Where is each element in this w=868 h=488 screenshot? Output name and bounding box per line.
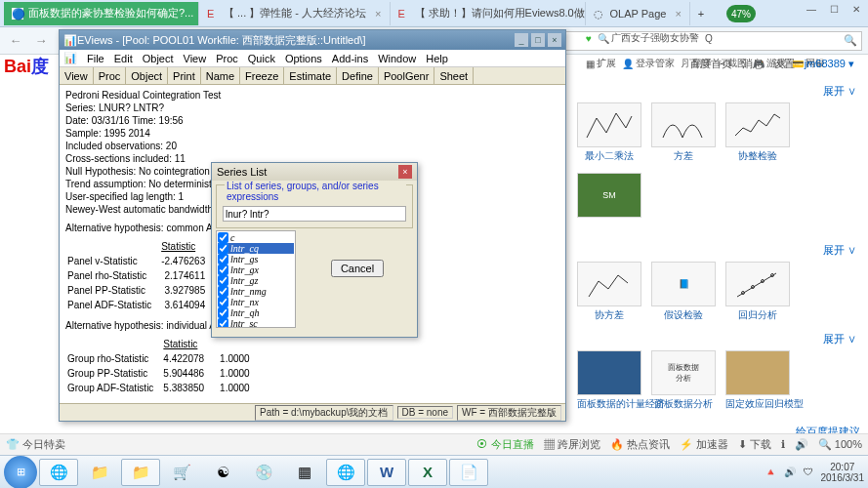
link-user[interactable]: jm68389 ▾ — [805, 58, 854, 70]
tray-icon[interactable]: 🔺 — [765, 467, 776, 477]
thumb-icon[interactable] — [577, 102, 641, 147]
thumb-icon[interactable] — [577, 262, 641, 306]
thumb-link[interactable]: 面板数据分析 — [654, 398, 713, 409]
list-item[interactable]: lntr_gz — [218, 275, 294, 286]
list-item[interactable]: lntr_gx — [218, 264, 294, 275]
ev-close[interactable]: × — [548, 33, 561, 47]
thumb-icon[interactable]: 面板数据分析 — [651, 350, 716, 395]
start-button[interactable]: ⊞ — [4, 456, 37, 489]
tb-define[interactable]: Define — [337, 67, 379, 84]
thumb-link[interactable]: 固定效应回归模型 — [725, 398, 804, 409]
link-home[interactable]: 百度首页 — [689, 57, 732, 71]
thumb-link[interactable]: 回归分析 — [738, 309, 777, 320]
thumb-link[interactable]: 协整检验 — [738, 150, 777, 161]
today-sale[interactable]: 今日特卖 — [22, 438, 65, 450]
close-icon[interactable]: × — [375, 8, 381, 20]
browser-tab-3[interactable]: ◌OLAP Page× — [586, 2, 690, 25]
taskbar-icon[interactable]: ☯ — [203, 459, 242, 486]
thumb-icon[interactable]: 📘 — [651, 262, 716, 306]
close-button[interactable]: ✕ — [847, 2, 866, 17]
expand-link[interactable]: 展开 ∨ — [823, 84, 856, 99]
taskbar-icon[interactable]: ▦ — [285, 459, 324, 486]
browser-tab-2[interactable]: E【 求助！】请问如何用Eviews8.0做...× — [391, 2, 586, 25]
browser-tab-1[interactable]: E【 ... 】弹性能 - 人大经济论坛× — [199, 2, 391, 25]
taskbar-icon[interactable]: 🛒 — [162, 459, 201, 486]
tb-print[interactable]: Print — [168, 67, 201, 84]
thumb-icon[interactable] — [651, 102, 716, 147]
download-link[interactable]: 下载 — [750, 438, 771, 450]
list-item[interactable]: lntr_nmg — [218, 286, 294, 297]
tb-estimate[interactable]: Estimate — [284, 67, 337, 84]
accel-badge[interactable]: 47% — [726, 5, 756, 22]
tray-icon[interactable]: 🛡 — [804, 467, 813, 477]
taskbar-icon[interactable]: 🌐 — [326, 459, 365, 486]
expand-link[interactable]: 展开 ∨ — [823, 332, 856, 346]
eviews-titlebar[interactable]: 📊 EViews - [Pool: POOL01 Workfile: 西部数据完… — [60, 30, 565, 50]
taskbar-icon[interactable]: W — [367, 459, 406, 486]
ext-btn[interactable]: ▦ 扩展 — [586, 57, 616, 70]
link-set[interactable]: 设置 — [773, 57, 795, 71]
max-button[interactable]: ☐ — [824, 2, 845, 17]
new-tab[interactable]: + — [690, 2, 712, 25]
min-button[interactable]: — — [801, 2, 822, 17]
tb-poolgenr[interactable]: PoolGenr — [379, 67, 434, 84]
link-msg[interactable]: 消息 — [742, 57, 764, 71]
thumb-link[interactable]: 协方差 — [595, 309, 624, 320]
menu-object[interactable]: Object — [143, 53, 174, 64]
ext-login[interactable]: 👤 登录管家 — [622, 57, 675, 70]
series-input[interactable] — [223, 206, 406, 222]
thumb-icon[interactable] — [725, 350, 790, 395]
menu-options[interactable]: Options — [285, 53, 322, 64]
live-link[interactable]: 今日直播 — [491, 438, 534, 450]
menu-edit[interactable]: Edit — [114, 53, 133, 64]
tb-sheet[interactable]: Sheet — [434, 67, 474, 84]
ev-min[interactable]: _ — [515, 33, 528, 47]
close-icon[interactable]: × — [398, 165, 412, 179]
dialog-titlebar[interactable]: Series List × — [212, 163, 417, 181]
menu-help[interactable]: Help — [426, 53, 448, 64]
thumb-link[interactable]: 假设检验 — [664, 309, 703, 320]
series-checklist[interactable]: c lntr_cq lntr_gs lntr_gx lntr_gz lntr_n… — [216, 230, 296, 328]
taskbar-icon[interactable]: 📄 — [449, 459, 488, 486]
cross-screen[interactable]: 跨屏浏览 — [558, 438, 600, 450]
list-item[interactable]: lntr_qh — [218, 307, 294, 318]
tray-icon[interactable]: 🔊 — [784, 467, 796, 477]
taskbar-icon[interactable]: 💿 — [244, 459, 283, 486]
thumb-link[interactable]: 方差 — [674, 150, 693, 161]
close-icon[interactable]: × — [675, 8, 681, 20]
forward-button[interactable]: → — [31, 31, 51, 51]
menu-window[interactable]: Window — [378, 53, 416, 64]
taskbar-icon[interactable]: 🌐 — [39, 459, 78, 486]
list-item[interactable]: lntr_nx — [218, 297, 294, 307]
hot-news[interactable]: 热点资讯 — [627, 438, 670, 450]
list-item[interactable]: lntr_gs — [218, 254, 294, 264]
back-button[interactable]: ← — [6, 31, 25, 51]
speed-link[interactable]: 加速器 — [696, 438, 728, 450]
system-clock[interactable]: 20:072016/3/31 — [821, 462, 865, 483]
browser-tab-0[interactable]: 🔵面板数据的豪协整检验如何确定?...× — [4, 2, 199, 25]
zoom-level[interactable]: 🔍 100% — [818, 438, 862, 451]
tb-freeze[interactable]: Freeze — [240, 67, 284, 84]
thumb-icon[interactable] — [577, 350, 641, 395]
cancel-button[interactable]: Cancel — [331, 260, 384, 277]
tb-object[interactable]: Object — [126, 67, 168, 84]
thumb-icon[interactable]: SM — [577, 173, 641, 218]
taskbar-icon[interactable]: 📁 — [121, 459, 160, 486]
menu-proc[interactable]: Proc — [216, 53, 238, 64]
taskbar-icon[interactable]: 📁 — [80, 459, 119, 486]
list-item[interactable]: c — [218, 232, 294, 243]
list-item[interactable]: lntr_sc — [218, 318, 294, 328]
menu-addins[interactable]: Add-ins — [332, 53, 368, 64]
menu-file[interactable]: File — [87, 53, 104, 64]
thumb-link[interactable]: 最小二乘法 — [585, 150, 634, 161]
expand-link[interactable]: 展开 ∨ — [823, 243, 856, 258]
ev-max[interactable]: □ — [531, 33, 545, 47]
menu-view[interactable]: View — [184, 53, 207, 64]
tb-proc[interactable]: Proc — [94, 67, 127, 84]
list-item[interactable]: lntr_cq — [218, 243, 294, 254]
thumb-icon[interactable] — [725, 262, 790, 306]
menu-quick[interactable]: Quick — [248, 53, 275, 64]
thumb-icon[interactable] — [725, 102, 790, 147]
tb-name[interactable]: Name — [201, 67, 240, 84]
taskbar-icon[interactable]: X — [408, 459, 447, 486]
